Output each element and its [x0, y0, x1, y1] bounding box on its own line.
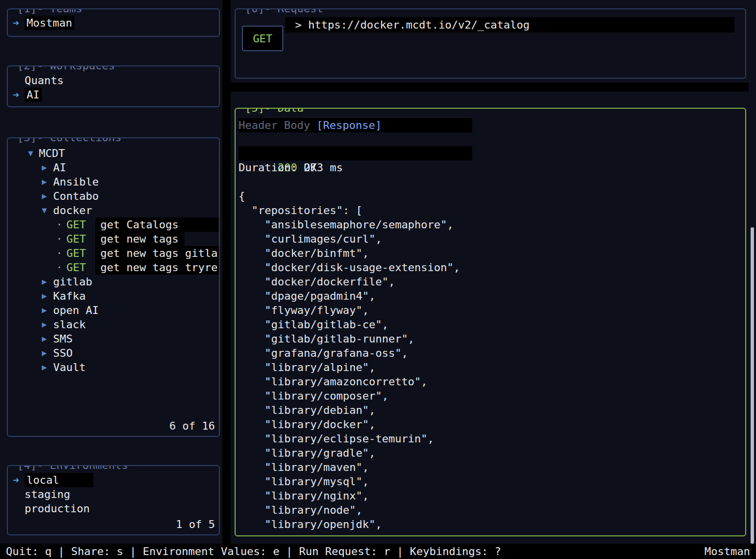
environment-item-production[interactable]: production [8, 501, 219, 516]
environments-counter: 1 of 5 [176, 518, 215, 530]
environment-label: production [25, 501, 90, 516]
environment-item-staging[interactable]: staging [8, 487, 219, 501]
method-selector[interactable]: GET [242, 26, 283, 51]
response-body[interactable]: { "repositories": [ "ansiblesemaphore/se… [239, 189, 460, 531]
caret-right-icon: ▶ [42, 175, 53, 189]
environment-label: staging [25, 487, 70, 501]
caret-down-icon: ▼ [28, 146, 39, 160]
folder-label: docker [53, 203, 92, 217]
request-panel: [0]- Request > https://docker.mcdt.io/v2… [235, 8, 746, 79]
collections-panel: [3]- Collections ▼ MCDT ▶ AI ▶ Ansible ▶… [7, 137, 220, 437]
collection-open-ai[interactable]: ▶ open AI [8, 303, 219, 317]
caret-right-icon: ▶ [42, 289, 53, 303]
request-get-new-tags[interactable]: · GET get new tags [8, 232, 219, 246]
collections-counter: 6 of 16 [169, 420, 215, 432]
workspaces-panel-title: [2]- Workspaces [14, 65, 119, 73]
request-method: GET [66, 260, 95, 275]
status-bar: Quit: q | Share: s | Environment Values:… [0, 544, 756, 559]
status-bar-user: Mostman [704, 545, 750, 558]
status-bar-keybindings: Quit: q | Share: s | Environment Values:… [6, 545, 501, 558]
workspace-item-quants[interactable]: Quants [8, 73, 219, 88]
folder-label: SMS [53, 332, 73, 346]
request-label: get Catalogs [95, 217, 219, 232]
caret-right-icon: ▶ [42, 303, 53, 317]
url-value: https://docker.mcdt.io/v2/_catalog [308, 19, 530, 31]
request-panel-title: [0]- Request [242, 8, 327, 16]
team-item-mostman[interactable]: ➔ Mostman [8, 16, 219, 30]
bullet-icon: · [56, 217, 66, 232]
folder-label: Contabo [53, 189, 99, 203]
collection-slack[interactable]: ▶ slack [8, 317, 219, 332]
url-input[interactable]: > https://docker.mcdt.io/v2/_catalog [285, 17, 734, 32]
data-panel: [5]- Data Header Body [Response] 200 OK … [235, 108, 746, 536]
bullet-icon: · [56, 232, 66, 246]
request-method: GET [66, 246, 95, 260]
response-status-line: 200 OK [239, 146, 472, 160]
method-label: GET [253, 32, 272, 45]
response-duration: Duration: 273 ms [239, 160, 343, 175]
collection-contabo[interactable]: ▶ Contabo [8, 189, 219, 203]
selection-arrow-icon: ➔ [8, 473, 25, 487]
teams-panel: [1]- Teams ➔ Mostman [7, 8, 220, 37]
request-label: get new tags [95, 232, 184, 246]
caret-right-icon: ▶ [42, 317, 53, 332]
workspace-label: AI [25, 88, 42, 102]
caret-right-icon: ▶ [42, 332, 53, 346]
caret-right-icon: ▶ [42, 360, 53, 374]
selection-arrow-icon: ➔ [8, 16, 25, 30]
collection-mcdt[interactable]: ▼ MCDT [8, 146, 219, 160]
request-method: GET [66, 217, 95, 232]
caret-right-icon: ▶ [42, 189, 53, 203]
environment-label: local [25, 473, 93, 487]
tab-response[interactable]: [Response] [316, 118, 388, 132]
bullet-icon: · [56, 246, 66, 260]
request-get-new-tags-gitlab[interactable]: · GET get new tags gitla [8, 246, 219, 260]
environments-panel: [4]- Environments ➔ local staging produc… [7, 465, 220, 535]
caret-right-icon: ▶ [42, 275, 53, 289]
response-scrollbar-thumb[interactable] [751, 227, 754, 544]
collection-docker[interactable]: ▼ docker [8, 203, 219, 217]
folder-label: open AI [53, 303, 99, 317]
teams-panel-title: [1]- Teams [14, 8, 86, 16]
team-label: Mostman [25, 16, 74, 30]
folder-label: MCDT [39, 146, 65, 160]
collection-gitlab[interactable]: ▶ gitlab [8, 275, 219, 289]
folder-label: Ansible [53, 175, 99, 189]
folder-label: AI [53, 160, 66, 175]
folder-label: Kafka [53, 289, 86, 303]
request-label: get new tags gitla [95, 246, 219, 260]
collection-kafka[interactable]: ▶ Kafka [8, 289, 219, 303]
caret-right-icon: ▶ [42, 346, 53, 360]
data-tab-bar: Header Body [Response] [239, 118, 472, 132]
caret-down-icon: ▼ [42, 203, 53, 217]
caret-right-icon: ▶ [42, 160, 53, 175]
vertical-separator [222, 0, 231, 544]
environments-panel-title: [4]- Environments [14, 465, 131, 472]
workspace-label: Quants [25, 73, 63, 88]
bullet-icon: · [56, 260, 66, 275]
url-prompt: > [295, 19, 308, 31]
collection-ai[interactable]: ▶ AI [8, 160, 219, 175]
data-panel-title: [5]- Data [242, 108, 307, 115]
tab-header[interactable]: Header [239, 118, 284, 132]
folder-label: Vault [53, 360, 86, 374]
workspace-item-ai[interactable]: ➔ AI [8, 88, 219, 102]
collections-tree: ▼ MCDT ▶ AI ▶ Ansible ▶ Contabo ▼ docker… [8, 138, 219, 374]
horizontal-separator [222, 83, 749, 92]
request-label: get new tags tryre [95, 260, 219, 275]
request-get-new-tags-tryre[interactable]: · GET get new tags tryre [8, 260, 219, 275]
request-method: GET [66, 232, 95, 246]
collection-sso[interactable]: ▶ SSO [8, 346, 219, 360]
environment-item-local[interactable]: ➔ local [8, 473, 219, 487]
folder-label: slack [53, 317, 86, 332]
collection-ansible[interactable]: ▶ Ansible [8, 175, 219, 189]
request-get-catalogs[interactable]: · GET get Catalogs [8, 217, 219, 232]
tab-body[interactable]: Body [284, 118, 316, 132]
selection-arrow-icon: ➔ [8, 88, 25, 102]
folder-label: gitlab [53, 275, 92, 289]
collection-sms[interactable]: ▶ SMS [8, 332, 219, 346]
folder-label: SSO [53, 346, 73, 360]
workspaces-panel: [2]- Workspaces Quants ➔ AI [7, 65, 220, 107]
app-root: [1]- Teams ➔ Mostman [2]- Workspaces Qua… [0, 0, 756, 559]
collection-vault[interactable]: ▶ Vault [8, 360, 219, 374]
